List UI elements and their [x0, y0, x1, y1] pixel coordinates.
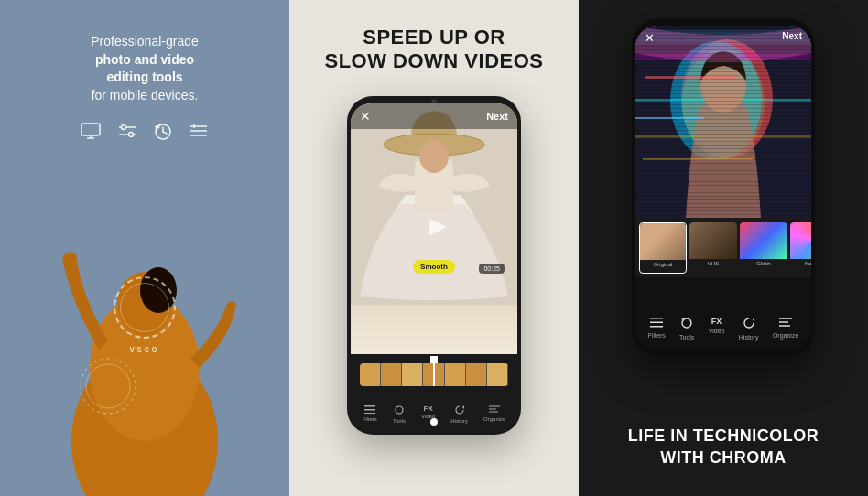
vsco-brand-text: vsco: [130, 344, 160, 354]
svg-rect-47: [650, 322, 663, 324]
filter-label-vhs: VHS: [689, 261, 737, 266]
tool-filters[interactable]: Filters: [363, 404, 377, 424]
glitch-image-area: [635, 26, 811, 218]
right-filters-label: Filters: [648, 332, 666, 339]
tagline-normal-1: Professional-grade: [91, 34, 199, 49]
vsco-circle-inner: [120, 283, 169, 332]
right-close-btn[interactable]: ✕: [645, 31, 655, 45]
phone-close-btn[interactable]: ✕: [360, 109, 371, 124]
filter-glitch[interactable]: Glitch: [740, 222, 787, 274]
phone-image-area: Smooth 00:25: [351, 103, 517, 354]
svg-rect-48: [650, 326, 663, 328]
history-tool-icon: [454, 404, 465, 417]
tool-history[interactable]: History: [450, 404, 468, 424]
timeline-frame-1: [360, 363, 381, 386]
right-organize-label: Organize: [773, 332, 798, 339]
svg-point-5: [122, 125, 126, 130]
svg-point-22: [419, 140, 449, 173]
vsco-circle: [114, 276, 176, 339]
history-label: History: [450, 418, 468, 424]
glitch-scanlines: [635, 26, 811, 218]
headline-line2: SLOW DOWN VIDEOS: [325, 49, 544, 73]
history-icon: [154, 123, 172, 146]
right-toolbar: Filters Tools FX Video History: [635, 317, 811, 340]
right-filters-icon: [650, 317, 663, 330]
timeline-handle-bottom: [430, 418, 438, 426]
technicolor-line2: WITH CHROMA: [628, 447, 819, 469]
layers-icon: [189, 123, 209, 146]
filter-original[interactable]: Original: [639, 222, 687, 274]
panel-middle: SPEED UP OR SLOW DOWN VIDEOS ✕ Next: [289, 0, 579, 496]
svg-marker-29: [462, 405, 464, 409]
svg-line-28: [396, 406, 396, 407]
tagline-bold-2: editing tools: [106, 70, 182, 84]
svg-rect-25: [364, 409, 375, 411]
right-tool-organize[interactable]: Organize: [773, 317, 798, 340]
svg-marker-51: [753, 318, 754, 322]
timeline-frame-3: [402, 363, 423, 386]
tool-organize[interactable]: Organize: [483, 404, 505, 424]
panel-left: Professional-grade photo and video editi…: [0, 0, 289, 496]
headline-line1: SPEED UP OR: [325, 26, 544, 49]
right-tool-tools[interactable]: Tools: [679, 317, 694, 340]
tagline: Professional-grade photo and video editi…: [63, 33, 226, 104]
right-video-icon: FX: [711, 317, 722, 326]
filter-label-kaleido: Kaleido: [790, 261, 811, 266]
phone-bottom-area: Filters Tools FX Video: [351, 354, 517, 427]
monitor-icon: [81, 123, 101, 146]
timeline-frame-2: [381, 363, 402, 386]
right-bottom-headline: LIFE IN TECHNICOLOR WITH CHROMA: [628, 426, 819, 469]
svg-point-27: [396, 406, 403, 414]
sliders-icon: [117, 123, 137, 146]
svg-rect-26: [364, 413, 375, 414]
timeline-frame-7: [487, 363, 508, 386]
timeline-bar[interactable]: [360, 363, 508, 386]
phone-notch: [700, 18, 746, 26]
timeline-handle-top: [430, 356, 438, 363]
svg-point-6: [129, 133, 134, 137]
right-video-label: Video: [709, 328, 725, 334]
filter-vhs[interactable]: VHS: [689, 222, 737, 274]
svg-rect-0: [81, 124, 100, 135]
video-icon: FX: [424, 404, 433, 413]
vsco-logo-area: vsco: [114, 276, 176, 354]
filter-label-original: Original: [640, 262, 686, 267]
phone-top-bar-middle: ✕ Next: [351, 103, 517, 129]
right-tool-video[interactable]: FX Video: [709, 317, 725, 340]
right-history-icon: [743, 317, 755, 332]
timeline-frame-5: [445, 363, 466, 386]
right-phone-top-bar: ✕ Next: [635, 26, 811, 50]
timeline-frame-6: [466, 363, 487, 386]
svg-rect-46: [650, 318, 663, 319]
organize-label: Organize: [483, 416, 505, 422]
phone-screen-middle: ✕ Next: [351, 103, 517, 427]
right-tools-label: Tools: [679, 334, 694, 340]
playhead: [433, 363, 435, 386]
tool-tools[interactable]: Tools: [393, 404, 406, 424]
filter-strip[interactable]: Original VHS Glitch Kaleido Chroma: [635, 218, 811, 277]
smooth-badge: Smooth: [413, 260, 455, 274]
filters-icon: [364, 404, 375, 415]
tagline-normal-2: for mobile devices.: [92, 88, 199, 102]
right-tool-history[interactable]: History: [739, 317, 759, 340]
right-history-label: History: [739, 334, 759, 340]
phone-mockup-middle: ✕ Next: [347, 96, 521, 435]
right-tool-filters[interactable]: Filters: [648, 317, 666, 340]
organize-icon: [489, 404, 500, 415]
timer-badge: 00:25: [479, 264, 505, 274]
tagline-bold-1: photo and video: [95, 52, 194, 67]
tools-label: Tools: [393, 418, 406, 424]
filter-kaleido[interactable]: Kaleido: [790, 222, 811, 274]
tools-icon: [394, 404, 405, 417]
svg-rect-24: [364, 405, 375, 407]
svg-line-50: [682, 318, 684, 320]
phone-mockup-right: ✕ Next: [632, 18, 815, 357]
technicolor-line1: LIFE IN TECHNICOLOR: [628, 426, 819, 447]
middle-headline: SPEED UP OR SLOW DOWN VIDEOS: [325, 26, 544, 74]
right-organize-icon: [779, 317, 792, 330]
phone-screen-right: ✕ Next: [635, 26, 811, 350]
phone-next-btn[interactable]: Next: [486, 111, 508, 122]
right-next-btn[interactable]: Next: [782, 31, 802, 45]
filter-label-glitch: Glitch: [740, 261, 787, 266]
right-tools-icon: [680, 317, 693, 332]
